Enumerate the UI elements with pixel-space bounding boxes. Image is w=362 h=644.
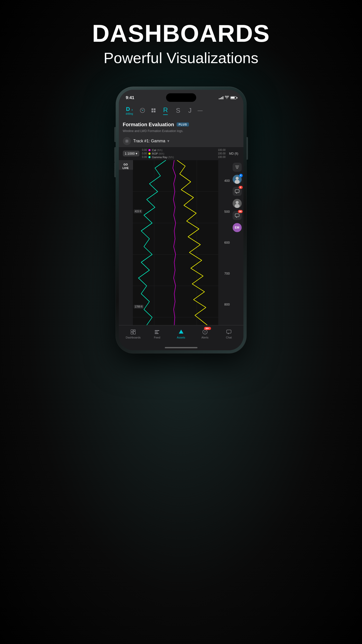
nav-feed[interactable]: Feed	[145, 329, 169, 339]
chart-svg	[133, 160, 218, 325]
svg-point-21	[236, 177, 239, 180]
svg-rect-31	[131, 332, 133, 334]
tab-drilling[interactable]: D › drilling	[123, 104, 136, 117]
svg-rect-6	[151, 111, 153, 112]
svg-rect-30	[133, 331, 135, 334]
dropdown-arrow-icon[interactable]: ▾	[167, 139, 169, 143]
go-live-button[interactable]: GO LIVE	[119, 160, 133, 170]
phone-outer: 9:41	[116, 87, 246, 353]
ft-label-1789: 1789 ft	[134, 305, 144, 309]
track-label: Track #1: Gamma	[133, 139, 165, 143]
page-subtitle: Powerful Visualizations	[92, 49, 270, 67]
home-bar	[165, 347, 197, 348]
chart-wrapper: GO LIVE	[119, 160, 243, 325]
svg-rect-29	[133, 330, 135, 331]
depth-500: 500	[218, 210, 231, 213]
chat-button-1[interactable]: 8	[233, 187, 242, 196]
tab-gauge[interactable]	[138, 106, 147, 115]
nav-chat-label: Chat	[226, 336, 232, 339]
nav-alerts-label: Alerts	[201, 336, 209, 339]
page-main-title: DASHBOARDS	[92, 20, 270, 47]
svg-point-38	[205, 333, 205, 333]
track-selector-row: Track #1: Gamma ▾	[119, 135, 243, 147]
battery-icon	[230, 96, 236, 99]
svg-rect-33	[155, 332, 158, 332]
legend-cal: 0.00 Cal (ft/h) 100.00	[142, 149, 226, 152]
svg-point-25	[236, 201, 239, 204]
depth-axis: 400 500 600 700 800	[218, 160, 231, 325]
svg-rect-28	[131, 330, 133, 332]
svg-rect-27	[235, 214, 239, 217]
tab-j[interactable]: J	[185, 105, 195, 116]
gamma-dot	[148, 156, 150, 158]
nav-tabs: D › drilling	[119, 102, 243, 119]
plus-badge: PLUS	[177, 122, 189, 126]
gear-button[interactable]	[123, 137, 131, 145]
chat-button-2[interactable]: 98	[233, 211, 242, 220]
status-icons	[219, 96, 236, 100]
formation-title: Formation Evaluation	[123, 122, 174, 127]
formation-subtitle: Wireline and LWD Formation Evaluation lo…	[123, 129, 183, 133]
svg-rect-5	[154, 108, 156, 110]
dashboards-icon	[130, 329, 136, 335]
dynamic-island	[166, 93, 196, 102]
filter-button[interactable]	[233, 163, 242, 172]
home-indicator	[119, 345, 243, 350]
svg-rect-34	[155, 333, 159, 334]
svg-rect-39	[227, 330, 231, 333]
cal-dot	[148, 149, 150, 151]
nav-feed-label: Feed	[154, 336, 160, 339]
svg-line-3	[142, 110, 143, 110]
nav-alerts[interactable]: 99+ Alerts	[193, 329, 217, 339]
chat-badge-98: 98	[238, 210, 242, 213]
svg-rect-23	[235, 190, 239, 193]
nav-assets-label: Assets	[177, 336, 185, 339]
nav-chat[interactable]: Chat	[217, 329, 241, 339]
depth-axis-label: MD (ft)	[228, 152, 239, 155]
chat-icon	[226, 329, 232, 335]
legend-gamma: 0.00 Gamma Ray (ft/h) 100.00	[142, 156, 226, 159]
add-user-badge: +	[239, 174, 243, 177]
status-time: 9:41	[126, 95, 134, 100]
nav-dashboards[interactable]: Dashboards	[121, 329, 145, 339]
alerts-icon: 99+	[202, 329, 208, 335]
legend-rop: 0.00 ROP (ft/h) 100.00	[142, 152, 226, 155]
phone-screen: 9:41	[119, 90, 243, 350]
alerts-badge: 99+	[204, 327, 211, 330]
legend-column: 0.00 Cal (ft/h) 100.00 0.00 ROP (ft/h) 1…	[139, 149, 228, 159]
tab-s[interactable]: S	[173, 105, 183, 116]
page-title-section: DASHBOARDS Powerful Visualizations	[92, 20, 270, 67]
bottom-nav: Dashboards Feed	[119, 325, 243, 345]
user-avatar-2[interactable]	[233, 199, 242, 208]
scale-legend-row: 1:1000 ▾ 0.00 Cal (ft/h) 100.00 0.00	[119, 147, 243, 160]
svg-line-2	[141, 109, 142, 110]
depth-400: 400	[218, 179, 231, 183]
svg-rect-7	[154, 111, 156, 112]
assets-icon	[178, 329, 184, 335]
formation-header: Formation Evaluation PLUS Wireline and L…	[119, 119, 243, 135]
nav-assets[interactable]: Assets	[169, 329, 193, 339]
em-avatar[interactable]: EM	[233, 223, 242, 232]
chart-canvas: 415 ft 1789 ft	[133, 160, 218, 325]
scale-button[interactable]: 1:1000 ▾	[123, 151, 140, 156]
svg-rect-4	[151, 108, 153, 110]
tab-grid[interactable]	[149, 106, 158, 115]
content-area: Formation Evaluation PLUS Wireline and L…	[119, 119, 243, 325]
svg-marker-35	[179, 330, 183, 334]
feed-icon	[154, 329, 160, 335]
depth-800: 800	[218, 303, 231, 306]
rop-dot	[148, 153, 150, 155]
right-sidebar: + 8	[231, 160, 243, 325]
svg-point-8	[126, 140, 127, 142]
phone-mockup: 9:41	[116, 87, 246, 353]
depth-600: 600	[218, 241, 231, 244]
svg-point-22	[235, 180, 240, 184]
svg-point-26	[235, 204, 240, 208]
user-avatar-container: +	[233, 175, 242, 184]
formation-title-row: Formation Evaluation PLUS	[123, 122, 239, 127]
chat-badge-8: 8	[239, 186, 243, 189]
signal-icon	[219, 96, 223, 99]
svg-rect-32	[155, 330, 159, 331]
tab-r[interactable]: R	[160, 105, 171, 116]
ft-label-415: 415 ft	[134, 209, 142, 213]
